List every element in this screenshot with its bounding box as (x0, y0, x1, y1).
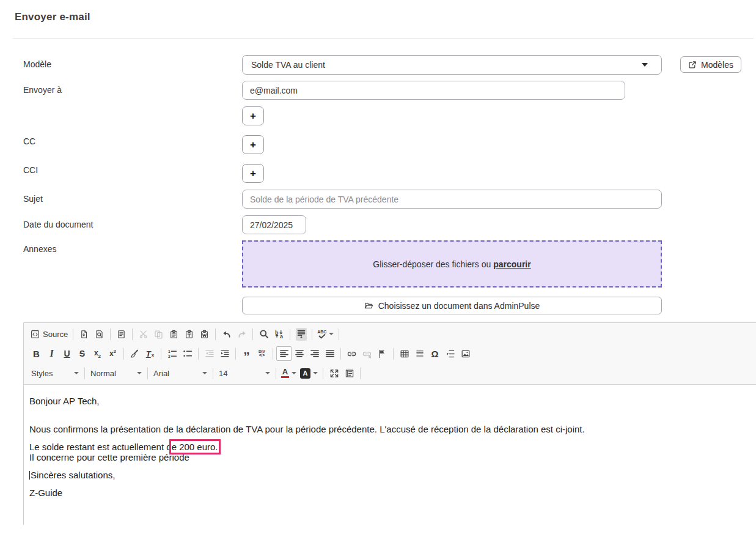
link-button[interactable] (344, 346, 359, 361)
paragraph-format-dropdown[interactable]: Normal (88, 366, 144, 380)
blockquote-button[interactable]: ” (239, 346, 254, 361)
add-cci-button[interactable]: + (242, 164, 264, 183)
find-button[interactable] (256, 327, 271, 341)
copy-button[interactable] (151, 327, 166, 341)
align-left-icon (279, 349, 289, 358)
paste-from-word-button[interactable] (197, 327, 212, 341)
align-left-button[interactable] (276, 346, 292, 361)
italic-button[interactable]: I (44, 346, 59, 361)
spell-check-button[interactable]: ABC (315, 327, 336, 341)
cut-button[interactable] (136, 327, 151, 341)
horizontal-rule-button[interactable] (412, 346, 427, 361)
align-right-icon (310, 349, 320, 358)
text-color-icon: A (281, 368, 289, 378)
templates-button[interactable]: Modèles (680, 56, 741, 73)
document-date-input[interactable] (242, 215, 306, 234)
email-signature: Z-Guide (29, 488, 750, 498)
chevron-down-icon (74, 372, 79, 374)
show-blocks-button[interactable] (342, 366, 357, 380)
align-right-button[interactable] (307, 346, 322, 361)
justify-icon (325, 349, 335, 358)
template-document-icon (117, 330, 126, 339)
increase-indent-button[interactable] (217, 346, 232, 361)
bold-icon: B (33, 349, 40, 359)
maximize-button[interactable] (326, 366, 342, 380)
link-icon (347, 349, 357, 358)
remove-format-button[interactable]: Tx (142, 346, 158, 361)
special-character-button[interactable]: Ω (427, 346, 442, 361)
superscript-icon: x2 (109, 349, 116, 358)
attachments-label: Annexes (23, 244, 56, 254)
file-dropzone[interactable]: Glisser-déposer des fichiers ou parcouri… (242, 240, 662, 287)
paste-text-icon (185, 330, 194, 339)
numbered-list-button[interactable]: 1 2 (164, 346, 180, 361)
styles-dropdown[interactable]: Styles (29, 366, 81, 380)
toolbar-separator (198, 348, 199, 360)
underline-button[interactable]: U (59, 346, 75, 361)
insert-image-button[interactable] (458, 346, 473, 361)
svg-text:2: 2 (168, 354, 171, 358)
toolbar-separator (290, 328, 290, 340)
font-size-dropdown[interactable]: 14 (216, 366, 273, 380)
decrease-indent-button[interactable] (202, 346, 217, 361)
browse-link[interactable]: parcourir (493, 259, 530, 269)
new-page-button[interactable] (76, 327, 92, 341)
blockquote-icon: ” (243, 348, 250, 360)
undo-button[interactable] (219, 327, 234, 341)
font-dropdown-value: Arial (153, 369, 200, 378)
svg-text:1: 1 (168, 349, 171, 354)
unlink-button[interactable] (359, 346, 375, 361)
chevron-down-icon (642, 63, 648, 67)
redo-button[interactable] (234, 327, 249, 341)
indent-icon (220, 349, 230, 358)
font-dropdown[interactable]: Arial (151, 366, 210, 380)
preview-button[interactable] (92, 327, 107, 341)
toolbar-separator (213, 368, 213, 379)
subject-input[interactable] (242, 190, 662, 209)
bold-button[interactable]: B (29, 346, 44, 361)
strikethrough-button[interactable]: S (75, 346, 90, 361)
toolbar-separator (252, 328, 253, 340)
copy-formatting-button[interactable] (127, 346, 142, 361)
editor-toolbar: Source (24, 323, 756, 385)
select-all-button[interactable] (293, 327, 309, 341)
source-button[interactable]: Source (29, 327, 70, 341)
paste-button[interactable] (166, 327, 182, 341)
align-center-button[interactable] (292, 346, 307, 361)
font-size-value: 14 (219, 369, 263, 378)
send-to-input[interactable] (242, 81, 625, 100)
toolbar-separator (273, 348, 273, 360)
add-recipient-button[interactable]: + (242, 106, 264, 125)
styles-dropdown-value: Styles (31, 369, 72, 378)
email-body-editable-area[interactable]: Bonjour AP Tech, Nous confirmons la prés… (24, 385, 756, 525)
anchor-button[interactable] (375, 346, 390, 361)
template-select[interactable]: Solde TVA au client (242, 55, 662, 75)
subscript-button[interactable]: x2 (90, 346, 105, 361)
paste-plain-text-button[interactable] (182, 327, 197, 341)
svg-text:a: a (280, 333, 284, 339)
toolbar-row-1: Source (26, 324, 754, 344)
templates-toolbar-button[interactable] (114, 327, 129, 341)
superscript-button[interactable]: x2 (105, 346, 120, 361)
select-all-icon (296, 328, 307, 341)
text-color-button[interactable]: A (279, 366, 298, 380)
background-color-button[interactable]: A (298, 366, 320, 380)
cut-icon (139, 330, 148, 339)
div-container-button[interactable]: DIV </> (254, 346, 270, 361)
page-break-button[interactable] (442, 346, 458, 361)
toolbar-separator (312, 328, 312, 340)
add-cc-button[interactable]: + (242, 135, 264, 154)
redo-icon (237, 330, 247, 339)
bulleted-list-button[interactable] (180, 346, 195, 361)
template-label: Modèle (23, 59, 51, 69)
toolbar-separator (73, 328, 73, 340)
replace-button[interactable]: b a (271, 327, 287, 341)
external-link-icon (688, 61, 697, 69)
toolbar-separator (339, 328, 339, 340)
insert-table-button[interactable] (397, 346, 412, 361)
justify-button[interactable] (322, 346, 337, 361)
outdent-icon (205, 349, 215, 358)
chevron-down-icon (329, 333, 334, 335)
choose-adminpulse-document-button[interactable]: Choisissez un document dans AdminPulse (242, 297, 662, 314)
numbered-list-icon: 1 2 (167, 349, 177, 358)
